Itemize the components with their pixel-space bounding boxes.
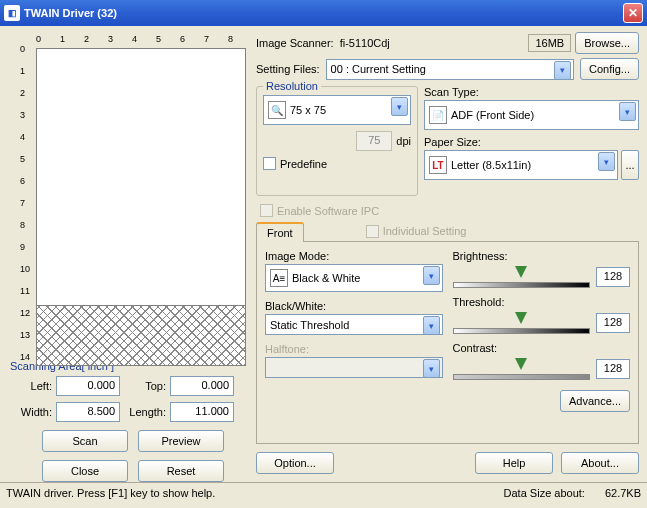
left-input[interactable]: 0.000 xyxy=(56,376,120,396)
halftone-select xyxy=(265,357,443,378)
length-label: Length: xyxy=(124,406,166,418)
reset-button[interactable]: Reset xyxy=(138,460,224,482)
setting-files-label: Setting Files: xyxy=(256,63,320,75)
imagemode-select[interactable]: A≡ Black & White xyxy=(265,264,443,292)
status-text: TWAIN driver. Press [F1] key to show hel… xyxy=(6,487,215,499)
preview-area: 012345678 01234567891011121314 xyxy=(8,32,250,356)
scan-button[interactable]: Scan xyxy=(42,430,128,452)
memory-display: 16MB xyxy=(528,34,571,52)
adf-icon: 📄 xyxy=(429,106,447,124)
imagemode-label: Image Mode: xyxy=(265,250,443,262)
contrast-slider[interactable] xyxy=(453,356,591,382)
ruler-vertical: 01234567891011121314 xyxy=(8,48,36,368)
individual-setting-checkbox: Individual Setting xyxy=(366,225,467,238)
blackwhite-select[interactable]: Static Threshold xyxy=(265,314,443,335)
statusbar: TWAIN driver. Press [F1] key to show hel… xyxy=(0,482,647,502)
papersize-label: Paper Size: xyxy=(424,136,639,148)
brightness-slider[interactable] xyxy=(453,264,591,290)
contrast-value[interactable]: 128 xyxy=(596,359,630,379)
brightness-value[interactable]: 128 xyxy=(596,267,630,287)
papersize-select[interactable]: LT Letter (8.5x11in) xyxy=(424,150,618,180)
top-label: Top: xyxy=(124,380,166,392)
text-icon: A≡ xyxy=(270,269,288,287)
predefine-checkbox[interactable]: Predefine xyxy=(263,157,411,170)
scanner-label: Image Scanner: xyxy=(256,37,334,49)
contrast-label: Contrast: xyxy=(453,342,631,354)
app-icon: ◧ xyxy=(4,5,20,21)
window-title: TWAIN Driver (32) xyxy=(24,7,117,19)
resolution-legend: Resolution xyxy=(263,80,321,92)
scanner-value: fi-5110Cdj xyxy=(340,37,390,49)
threshold-value[interactable]: 128 xyxy=(596,313,630,333)
preview-button[interactable]: Preview xyxy=(138,430,224,452)
about-button[interactable]: About... xyxy=(561,452,639,474)
help-button[interactable]: Help xyxy=(475,452,553,474)
left-label: Left: xyxy=(14,380,52,392)
advance-button[interactable]: Advance... xyxy=(560,390,630,412)
blackwhite-label: Black/White: xyxy=(265,300,443,312)
ruler-horizontal: 012345678 xyxy=(36,32,248,48)
scantype-label: Scan Type: xyxy=(424,86,639,98)
browse-button[interactable]: Browse... xyxy=(575,32,639,54)
close-icon[interactable]: ✕ xyxy=(623,3,643,23)
setting-files-select[interactable]: 00 : Current Setting xyxy=(326,59,574,80)
enable-ipc-checkbox: Enable Software IPC xyxy=(260,204,639,217)
hatch-area xyxy=(37,305,245,365)
papersize-more-button[interactable]: ... xyxy=(621,150,639,180)
scantype-select[interactable]: 📄 ADF (Front Side) xyxy=(424,100,639,130)
brightness-label: Brightness: xyxy=(453,250,631,262)
preview-canvas[interactable] xyxy=(36,48,246,366)
datasize-label: Data Size about: xyxy=(504,487,585,499)
threshold-slider[interactable] xyxy=(453,310,591,336)
dpi-label: dpi xyxy=(396,135,411,147)
magnifier-icon: 🔍 xyxy=(268,101,286,119)
option-button[interactable]: Option... xyxy=(256,452,334,474)
close-button[interactable]: Close xyxy=(42,460,128,482)
datasize-value: 62.7KB xyxy=(605,487,641,499)
tab-front[interactable]: Front xyxy=(256,222,304,242)
halftone-label: Halftone: xyxy=(265,343,443,355)
top-input[interactable]: 0.000 xyxy=(170,376,234,396)
dpi-input: 75 xyxy=(356,131,392,151)
config-button[interactable]: Config... xyxy=(580,58,639,80)
width-input[interactable]: 8.500 xyxy=(56,402,120,422)
width-label: Width: xyxy=(14,406,52,418)
resolution-select[interactable]: 🔍 75 x 75 xyxy=(263,95,411,125)
length-input[interactable]: 11.000 xyxy=(170,402,234,422)
letter-icon: LT xyxy=(429,156,447,174)
threshold-label: Threshold: xyxy=(453,296,631,308)
titlebar: ◧ TWAIN Driver (32) ✕ xyxy=(0,0,647,26)
